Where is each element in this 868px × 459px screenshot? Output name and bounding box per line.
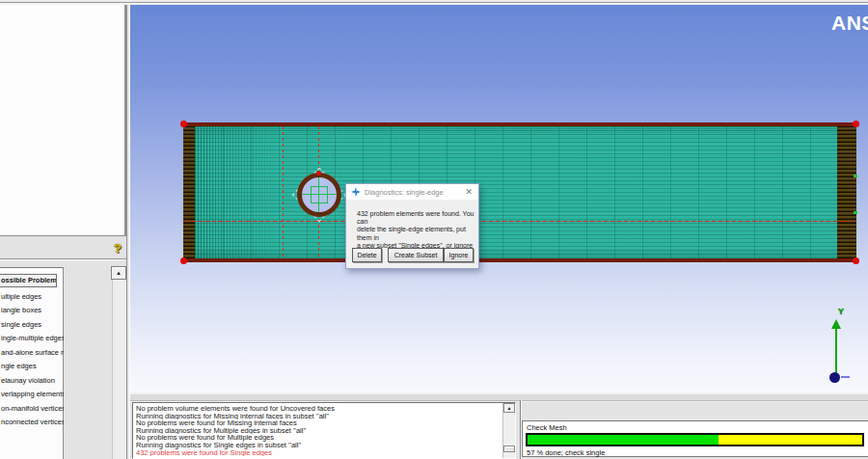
mesh-refined-left — [195, 126, 280, 258]
possible-problems-header[interactable]: ossible Problems — [0, 274, 57, 287]
green-tick-1 — [854, 175, 857, 177]
mesh-edge-bottom — [183, 258, 856, 262]
problem-item[interactable]: elaunay violation — [0, 374, 64, 388]
log-line: No problems were found for Multiple edge… — [136, 434, 501, 442]
viewport-bottom-strip — [130, 392, 868, 402]
mesh-edge-top — [183, 122, 856, 126]
diagnostic-line-horizontal — [185, 221, 854, 222]
left-panel-divider — [0, 258, 127, 260]
possible-problems-panel: ossible Problems ultiple edgesiangle box… — [0, 267, 64, 459]
dialog-message-line: delete the single-edge elements, put the… — [357, 226, 475, 241]
dialog-message-line: 432 problem elements were found. You can — [357, 210, 475, 226]
problem-item[interactable]: and-alone surface mesh — [0, 346, 64, 360]
triad-origin-dot — [829, 372, 840, 383]
graphics-viewport[interactable]: ANS Y — [130, 5, 868, 392]
log-line: Running diagnostics for Single edges in … — [136, 442, 501, 449]
vertex-dot-bottom-left — [180, 257, 187, 264]
close-icon[interactable]: ✕ — [465, 187, 473, 197]
mesh-edge-band-right — [837, 122, 856, 262]
triad-y-arrowhead — [831, 319, 841, 329]
log-line: No problem volume elements were found fo… — [136, 405, 501, 413]
problem-item[interactable]: verlapping elements — [0, 388, 64, 401]
diagnostics-dialog: Diagnostics: single-edge ✕ 432 problem e… — [345, 183, 479, 269]
problem-item[interactable]: single edges — [0, 318, 64, 332]
log-lines: No problem volume elements were found fo… — [136, 405, 501, 456]
left-scrollbar-track[interactable] — [112, 266, 126, 459]
mesh-surface — [195, 126, 837, 258]
vertex-dot-hole — [316, 171, 321, 176]
triad-y-label: Y — [838, 307, 844, 316]
check-mesh-progress-panel: Check Mesh 57 % done; check single — [522, 420, 868, 457]
green-tick-2 — [854, 211, 857, 214]
log-line: Running diagnostics for Multiple edges i… — [136, 427, 501, 435]
message-log[interactable]: No problem volume elements were found fo… — [132, 402, 516, 459]
delete-button[interactable]: Delete — [352, 248, 382, 262]
log-scroll-up-button[interactable]: ▲ — [503, 403, 515, 413]
progress-label: Check Mesh — [527, 423, 567, 432]
mesh-edge-band-left — [183, 122, 195, 262]
dialog-title: Diagnostics: single-edge — [365, 188, 444, 197]
log-line: 432 problems were found for Single edges — [136, 449, 501, 457]
problem-item[interactable]: ngle edges — [0, 360, 64, 373]
progress-bar — [526, 433, 864, 446]
mesh-plate[interactable] — [183, 122, 856, 262]
log-scroll-thumb[interactable] — [503, 446, 515, 452]
hole-ring — [297, 173, 341, 217]
vertex-dot-bottom-right — [853, 257, 859, 264]
vertex-dot-top-left — [180, 121, 187, 127]
triad-x-axis — [841, 376, 850, 378]
create-subset-button[interactable]: Create Subset — [388, 248, 444, 262]
vertex-dot-top-right — [853, 121, 859, 127]
problem-item[interactable]: on-manifold vertices — [0, 402, 64, 416]
diagnostic-line-vertical-1 — [283, 126, 284, 258]
problem-item[interactable]: ingle-multiple edges — [0, 332, 64, 345]
problems-list: ultiple edgesiangle boxessingle edgesing… — [0, 290, 64, 429]
ignore-button[interactable]: Ignore — [444, 248, 474, 262]
dialog-message: 432 problem elements were found. You can… — [357, 210, 475, 250]
icem-star-icon — [351, 187, 361, 197]
dialog-titlebar[interactable]: Diagnostics: single-edge ✕ — [346, 184, 478, 200]
mesh-refined-top — [195, 126, 837, 138]
problem-item[interactable]: iangle boxes — [0, 304, 64, 317]
problem-item[interactable]: ultiple edges — [0, 290, 64, 304]
progress-status: 57 % done; check single — [527, 448, 605, 457]
problem-item[interactable]: nconnected vertices — [0, 416, 64, 429]
log-line: Running diagnostics for Missing internal… — [136, 413, 501, 420]
progress-fill — [528, 435, 719, 445]
help-icon[interactable]: ? — [114, 241, 122, 256]
ansys-logo: ANS — [831, 12, 868, 35]
mesh-refined-bottom — [195, 247, 837, 258]
left-message-panel — [0, 5, 126, 236]
log-line: No problems were found for Missing inter… — [136, 419, 501, 427]
left-scroll-up-button[interactable]: ▲ — [111, 266, 126, 280]
log-scrollbar[interactable]: ▲ — [502, 403, 515, 458]
